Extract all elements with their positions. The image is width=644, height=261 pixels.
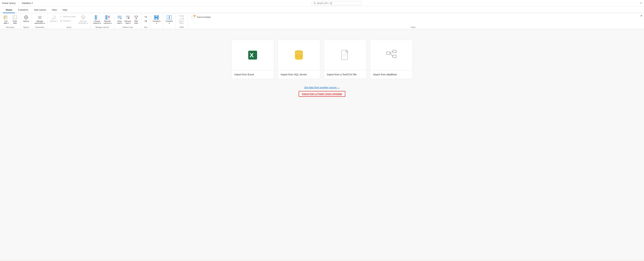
- manage-parameters-icon: [38, 15, 42, 20]
- combine-label: Combine▾: [166, 20, 173, 24]
- choose-columns-button[interactable]: Choosecolumns ▾: [92, 14, 102, 25]
- transform-label: Transform▾: [152, 20, 160, 24]
- svg-text:CDM: CDM: [179, 19, 182, 20]
- get-data-another-source-link[interactable]: Get data from another source →: [304, 86, 340, 89]
- tab-bar: Home Transform Add column View Help: [0, 6, 644, 13]
- search-icon: [314, 2, 316, 4]
- ribbon-group-reduce-rows: Keeprows ▾ Removerows ▾: [114, 14, 142, 29]
- dataflows-icon: [386, 50, 397, 60]
- svg-rect-34: [118, 16, 122, 16]
- ribbon-group-new-query: Get data ▾ Enterdata New query: [0, 14, 20, 29]
- card-sql[interactable]: Import from SQL Server: [278, 40, 320, 79]
- svg-rect-30: [106, 15, 107, 20]
- advanced-editor-button[interactable]: ✎ Advanced editor: [59, 14, 77, 18]
- ribbon-group-label-combine: [165, 28, 174, 29]
- map-to-entity-icon: CDM: [179, 15, 184, 20]
- export-template-icon: [191, 15, 196, 20]
- tab-add-column[interactable]: Add column: [31, 7, 49, 13]
- svg-rect-57: [182, 18, 184, 20]
- cards-grid: X Import from Excel Import from SQL Serv…: [231, 40, 413, 79]
- card-dataflows[interactable]: Import from dataflows: [370, 40, 413, 79]
- svg-rect-52: [167, 15, 169, 20]
- search-bar[interactable]: [312, 1, 362, 5]
- ribbon-group-sort: A Z Z A Sort: [142, 14, 150, 29]
- export-template-button[interactable]: Export template: [189, 14, 212, 20]
- ribbon-group-cdm: CDM Map toentity CDM: [176, 14, 188, 29]
- svg-rect-53: [170, 15, 172, 20]
- ribbon-group-query: Refresh ▾ ✎ Advanced editor Manage ▾: [48, 14, 90, 29]
- import-template-link[interactable]: Import from a Power Query template: [299, 91, 345, 97]
- ribbon-group-parameters: Manageparameters ▾ Parameters: [32, 14, 48, 29]
- svg-rect-28: [95, 15, 97, 20]
- manage-parameters-button[interactable]: Manageparameters ▾: [34, 14, 46, 25]
- map-to-entity-label: Map toentity: [179, 20, 184, 24]
- transform-button[interactable]: Transform▾: [152, 14, 162, 25]
- ribbon-group-manage-columns: Choosecolumns ▾ Removecolumns ▾ Manage c…: [90, 14, 114, 29]
- manage-button[interactable]: Manage ▾: [59, 19, 77, 23]
- tab-transform[interactable]: Transform: [15, 7, 31, 13]
- ribbon-group-transform: Transform▾: [150, 14, 163, 29]
- card-excel[interactable]: X Import from Excel: [231, 40, 274, 79]
- sort-ascending-icon: A Z: [144, 15, 147, 18]
- export-template-label: Export template: [197, 16, 211, 18]
- transform-icon: [154, 15, 159, 20]
- chevron-up-icon: [640, 14, 642, 17]
- svg-text:X: X: [250, 52, 254, 58]
- search-input[interactable]: [317, 2, 360, 4]
- svg-rect-79: [393, 55, 396, 58]
- ribbon-group-label-transform: [152, 28, 162, 29]
- ribbon-group-label-share: Share: [189, 26, 637, 29]
- svg-rect-35: [118, 17, 122, 18]
- close-button[interactable]: ×: [640, 2, 642, 5]
- combine-icon: [167, 15, 172, 20]
- remove-rows-icon: [126, 15, 130, 20]
- ribbon-group-label-reduce-rows: Reduce rows: [116, 26, 140, 29]
- tab-home[interactable]: Home: [3, 7, 15, 13]
- enter-data-button[interactable]: Enterdata: [11, 14, 19, 25]
- sort-ascending-button[interactable]: A Z: [143, 14, 148, 18]
- refresh-button[interactable]: Refresh ▾: [49, 14, 58, 23]
- manage-icon: [60, 20, 62, 22]
- card-textcsv[interactable]: Import from a Text/CSV file: [324, 40, 366, 79]
- filter-rows-button[interactable]: Filterrows: [132, 14, 140, 25]
- svg-rect-3: [4, 16, 8, 19]
- keep-rows-button[interactable]: Keeprows ▾: [116, 14, 124, 25]
- map-to-entity-button[interactable]: CDM Map toentity: [177, 14, 186, 25]
- add-data-destination-button[interactable]: Add datadestination ▾: [78, 14, 89, 25]
- get-data-button[interactable]: Get data ▾: [2, 14, 11, 25]
- svg-marker-20: [54, 15, 54, 16]
- sql-icon: [294, 50, 303, 60]
- filter-rows-icon: [134, 15, 138, 20]
- ribbon-group-label-new-query: New query: [2, 26, 19, 29]
- ribbon: Get data ▾ Enterdata New query: [0, 13, 644, 29]
- ribbon-collapse-button[interactable]: [639, 14, 644, 29]
- svg-rect-55: [180, 15, 181, 16]
- tab-help[interactable]: Help: [60, 7, 70, 13]
- svg-line-80: [390, 52, 393, 53]
- ribbon-group-options: Options Options: [20, 14, 32, 29]
- remove-columns-button[interactable]: Removecolumns ▾: [102, 14, 112, 25]
- remove-rows-button[interactable]: Removerows ▾: [124, 14, 132, 25]
- card-textcsv-label: Import from a Text/CSV file: [324, 70, 366, 79]
- tab-view[interactable]: View: [49, 7, 60, 13]
- manage-parameters-label: Manageparameters ▾: [35, 20, 45, 24]
- excel-icon: X: [247, 50, 258, 60]
- options-button[interactable]: Options: [22, 14, 30, 23]
- svg-marker-42: [134, 16, 138, 19]
- svg-line-1: [315, 4, 316, 4]
- ribbon-group-share: Export template Share: [188, 14, 639, 29]
- link-row: Get data from another source → Import fr…: [299, 86, 345, 97]
- choose-columns-icon: [94, 15, 100, 20]
- combine-button[interactable]: Combine▾: [165, 14, 174, 25]
- sort-descending-button[interactable]: Z A: [143, 19, 148, 23]
- remove-rows-label: Removerows ▾: [124, 20, 131, 24]
- enter-data-label: Enterdata: [13, 20, 17, 24]
- title-bar-left: Power Query | Dataflow 2: [2, 2, 33, 4]
- app-title: Power Query: [2, 2, 16, 4]
- svg-rect-56: [182, 15, 184, 16]
- ribbon-group-label-cdm: CDM: [177, 26, 186, 29]
- svg-line-81: [390, 53, 393, 56]
- main-content: X Import from Excel Import from SQL Serv…: [0, 29, 644, 260]
- title-bar: Power Query | Dataflow 2 ×: [0, 0, 644, 6]
- ribbon-group-label-query: Query: [49, 26, 89, 29]
